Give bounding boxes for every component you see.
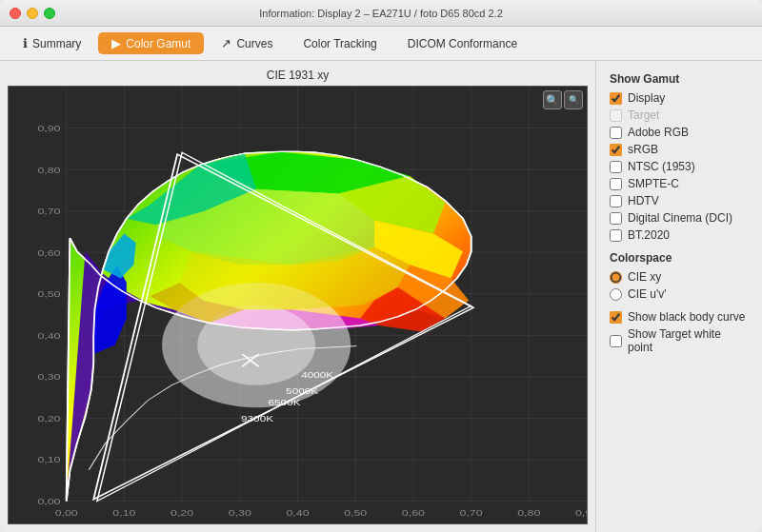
gamut-adobe-rgb-label: Adobe RGB (628, 126, 689, 139)
content-area: CIE 1931 xy 🔍 🔍 (0, 61, 762, 532)
show-target-white-item[interactable]: Show Target white point (610, 327, 749, 354)
show-target-white-checkbox[interactable] (610, 335, 622, 347)
gamut-adobe-rgb-checkbox[interactable] (610, 127, 622, 139)
svg-text:0,40: 0,40 (286, 508, 309, 518)
colorspace-cie-xy-radio[interactable] (610, 271, 622, 284)
gamut-hdtv-label: HDTV (628, 194, 659, 207)
gamut-smpte-item[interactable]: SMPTE-C (610, 177, 749, 190)
colorspace-cie-uv-label: CIE u'v' (628, 287, 667, 301)
gamut-bt2020-checkbox[interactable] (610, 229, 622, 242)
gamut-dci-item[interactable]: Digital Cinema (DCI) (610, 211, 749, 225)
gamut-hdtv-item[interactable]: HDTV (610, 194, 749, 207)
gamut-srgb-checkbox[interactable] (610, 144, 622, 156)
tab-color-gamut[interactable]: ▶ Color Gamut (98, 32, 204, 54)
svg-text:6500K: 6500K (269, 399, 301, 407)
svg-text:0,20: 0,20 (37, 414, 60, 424)
show-black-body-checkbox[interactable] (610, 311, 622, 324)
gamut-dci-label: Digital Cinema (DCI) (628, 211, 732, 225)
colorspace-cie-uv-item[interactable]: CIE u'v' (610, 287, 749, 301)
svg-text:0,00: 0,00 (37, 497, 60, 506)
zoom-in-button[interactable]: 🔍 (543, 90, 562, 109)
maximize-button[interactable] (44, 8, 55, 19)
show-black-body-item[interactable]: Show black body curve (610, 310, 749, 324)
colorspace-title: Colorspace (610, 251, 749, 265)
zoom-out-button[interactable]: 🔍 (564, 90, 583, 109)
gamut-adobe-rgb-item[interactable]: Adobe RGB (610, 126, 749, 139)
svg-text:4000K: 4000K (301, 371, 333, 380)
svg-text:0,60: 0,60 (402, 508, 425, 518)
show-gamut-title: Show Gamut (610, 72, 749, 86)
gamut-srgb-item[interactable]: sRGB (610, 143, 749, 156)
show-black-body-label: Show black body curve (628, 310, 745, 324)
gamut-display-label: Display (628, 91, 665, 105)
gamut-smpte-label: SMPTE-C (628, 177, 679, 190)
titlebar: Information: Display 2 – EA271U / foto D… (0, 0, 762, 27)
gamut-ntsc-checkbox[interactable] (610, 161, 622, 173)
colorspace-cie-xy-label: CIE xy (628, 270, 661, 284)
gamut-target-checkbox[interactable] (610, 109, 622, 122)
svg-text:0,40: 0,40 (37, 331, 60, 341)
tab-color-gamut-label: Color Gamut (126, 37, 190, 50)
svg-text:0,70: 0,70 (460, 508, 483, 518)
close-button[interactable] (10, 8, 21, 19)
tab-dicom[interactable]: DICOM Conformance (394, 33, 531, 54)
gamut-dci-checkbox[interactable] (610, 212, 622, 225)
show-target-white-label: Show Target white point (628, 327, 749, 354)
svg-text:0,30: 0,30 (37, 372, 60, 382)
gamut-ntsc-label: NTSC (1953) (628, 160, 695, 173)
svg-text:0,90: 0,90 (575, 508, 587, 518)
gamut-bt2020-label: BT.2020 (628, 228, 670, 242)
gamut-bt2020-item[interactable]: BT.2020 (610, 228, 749, 242)
gamut-target-label: Target (628, 108, 659, 122)
zoom-controls: 🔍 🔍 (543, 90, 583, 109)
svg-text:0,30: 0,30 (229, 508, 251, 518)
tab-curves-label: Curves (236, 37, 272, 50)
svg-text:5000K: 5000K (286, 386, 318, 395)
tab-curves[interactable]: ↗ Curves (208, 32, 286, 54)
sidebar: Show Gamut Display Target Adobe RGB sRGB… (595, 61, 762, 532)
svg-text:0,20: 0,20 (170, 508, 193, 518)
svg-text:9300K: 9300K (241, 415, 273, 424)
gamut-display-item[interactable]: Display (610, 91, 749, 105)
svg-text:0,80: 0,80 (517, 508, 540, 518)
summary-icon: ℹ (23, 36, 28, 50)
gamut-ntsc-item[interactable]: NTSC (1953) (610, 160, 749, 173)
svg-text:0,50: 0,50 (344, 508, 367, 518)
svg-text:0,00: 0,00 (55, 508, 78, 518)
gamut-display-checkbox[interactable] (610, 92, 622, 105)
svg-text:0,90: 0,90 (37, 123, 60, 132)
curves-icon: ↗ (221, 36, 231, 50)
window-title: Information: Display 2 – EA271U / foto D… (259, 8, 503, 19)
toolbar: ℹ Summary ▶ Color Gamut ↗ Curves Color T… (0, 27, 762, 61)
gamut-srgb-label: sRGB (628, 143, 658, 156)
minimize-button[interactable] (27, 8, 38, 19)
gamut-smpte-checkbox[interactable] (610, 178, 622, 190)
svg-text:0,10: 0,10 (37, 455, 60, 464)
chart-area: CIE 1931 xy 🔍 🔍 (0, 61, 595, 532)
gamut-hdtv-checkbox[interactable] (610, 195, 622, 207)
gamut-target-item[interactable]: Target (610, 108, 749, 122)
svg-text:0,70: 0,70 (37, 206, 60, 215)
tab-color-tracking[interactable]: Color Tracking (290, 33, 390, 54)
cie-diagram: 0,90 0,80 0,70 0,60 0,50 0,40 0,30 0,20 … (9, 87, 587, 523)
colorspace-cie-uv-radio[interactable] (610, 288, 622, 301)
main-window: Information: Display 2 – EA271U / foto D… (0, 0, 762, 532)
chart-container: 🔍 🔍 (8, 86, 588, 524)
svg-text:0,60: 0,60 (37, 247, 60, 257)
svg-text:0,10: 0,10 (112, 508, 135, 518)
svg-text:0,80: 0,80 (37, 165, 60, 174)
tab-summary-label: Summary (32, 37, 81, 50)
tab-summary[interactable]: ℹ Summary (10, 32, 94, 54)
colorspace-cie-xy-item[interactable]: CIE xy (610, 270, 749, 284)
window-controls (10, 8, 55, 19)
svg-text:0,50: 0,50 (37, 289, 60, 299)
tab-dicom-label: DICOM Conformance (408, 37, 517, 50)
chart-title: CIE 1931 xy (8, 69, 588, 82)
tab-color-tracking-label: Color Tracking (303, 37, 376, 50)
color-gamut-icon: ▶ (111, 36, 121, 50)
